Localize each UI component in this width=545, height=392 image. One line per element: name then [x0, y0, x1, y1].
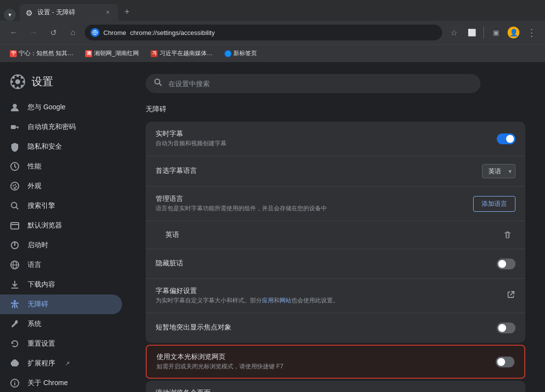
tab-favicon: ⚙: [26, 8, 33, 16]
bookmark-star-button[interactable]: ☆: [446, 25, 462, 40]
sidebar-item-appearance[interactable]: 外观: [0, 176, 122, 196]
highlight-focus-toggle[interactable]: [497, 323, 515, 333]
sidebar-item-performance[interactable]: 性能: [0, 157, 122, 176]
sidebar-item-extensions[interactable]: 扩展程序 ↗: [0, 354, 122, 373]
svg-line-22: [16, 207, 19, 210]
search-icon: [10, 201, 20, 211]
forward-button[interactable]: →: [26, 25, 41, 40]
sidebar-item-downloads[interactable]: 下载内容: [0, 275, 122, 294]
websites-link[interactable]: 网站: [280, 297, 291, 304]
sidebar-item-accessibility[interactable]: 无障碍: [0, 294, 122, 314]
nav-bar: ← → ↺ ⌂ Chrome chrome://settings/accessi…: [0, 21, 545, 44]
section-title: 无障碍: [146, 105, 525, 114]
tab-bar: ▾ ⚙ 设置 - 无障碍 × +: [0, 0, 545, 21]
tab-title: 设置 - 无障碍: [37, 8, 99, 17]
sidebar-item-about[interactable]: 关于 Chrome: [0, 373, 122, 392]
sidebar: 设置 您与 Google 自动填充和密码 隐私和安全: [0, 62, 126, 392]
sidebar-item-label: 外观: [28, 182, 41, 191]
row-title: 隐藏脏话: [156, 259, 489, 268]
sidebar-item-reset[interactable]: 重置设置: [0, 334, 122, 354]
row-title: 滚动浏览各个页面: [156, 389, 489, 392]
search-bar: [146, 74, 481, 93]
svg-point-30: [14, 300, 16, 302]
sidebar-item-default-browser[interactable]: 默认浏览器: [0, 216, 122, 235]
person-icon: [10, 102, 20, 112]
sidebar-item-language[interactable]: 语言: [0, 255, 122, 275]
svg-point-20: [14, 187, 16, 189]
settings-content: 无障碍 实时字幕 自动为音频和视频创建字幕 首选字幕语言: [126, 62, 545, 392]
sidebar-item-privacy[interactable]: 隐私和安全: [0, 137, 122, 157]
sidebar-item-autofill[interactable]: 自动填充和密码: [0, 117, 122, 137]
tab-close-button[interactable]: ×: [103, 8, 112, 17]
lang-select[interactable]: 英语: [482, 164, 515, 178]
search-bar-container: [146, 74, 525, 93]
svg-point-5: [11, 81, 13, 83]
row-desc: 自动为音频和视频创建字幕: [156, 139, 489, 148]
sidebar-item-google[interactable]: 您与 Google: [0, 98, 122, 117]
svg-point-21: [11, 202, 17, 208]
active-tab[interactable]: ⚙ 设置 - 无障碍 ×: [20, 4, 118, 21]
shield-icon: [10, 142, 20, 152]
settings-card: 实时字幕 自动为音频和视频创建字幕 首选字幕语言: [146, 122, 525, 343]
bookmark-label: 新标签页: [233, 49, 257, 58]
row-action: 添加语言: [473, 196, 515, 212]
menu-button[interactable]: ⋮: [523, 25, 539, 40]
svg-point-19: [16, 186, 17, 188]
sidebar-item-label: 启动时: [28, 241, 48, 250]
settings-logo: [10, 74, 26, 90]
svg-point-9: [21, 76, 23, 79]
svg-point-8: [21, 85, 23, 87]
performance-icon: [10, 162, 20, 171]
reload-button[interactable]: ↺: [45, 25, 61, 40]
row-text: 短暂地突出显示焦点对象: [156, 323, 489, 333]
key-icon: [10, 122, 20, 132]
sidebar-item-startup[interactable]: 启动时: [0, 235, 122, 255]
bookmark-item[interactable]: 湘 湘朝网_湖南红网: [81, 47, 143, 60]
bookmark-item[interactable]: 习 习近平在越南媒体…: [147, 47, 217, 60]
delete-lang-button[interactable]: [500, 227, 515, 243]
download-icon: [10, 280, 20, 290]
sidebar-item-label: 自动填充和密码: [28, 123, 76, 131]
sidebar-item-label: 系统: [28, 320, 41, 328]
extension-icon: [10, 359, 20, 368]
apps-link[interactable]: 应用: [262, 297, 274, 304]
bookmarks-bar: 宁 宁心：知然然 知其… 湘 湘朝网_湖南红网 习 习近平在越南媒体… 🌐 新标…: [0, 44, 545, 62]
captions-row: 实时字幕 自动为音频和视频创建字幕: [146, 122, 525, 156]
lang-name: 英语: [165, 230, 500, 239]
back-button[interactable]: ←: [6, 25, 22, 40]
bookmark-item[interactable]: 🌐 新标签页: [221, 47, 261, 60]
address-url: chrome://settings/accessibility: [130, 29, 215, 36]
add-language-button[interactable]: 添加语言: [473, 196, 515, 212]
search-input[interactable]: [168, 80, 473, 88]
sidebar-title: 设置: [32, 74, 53, 89]
browser-icon: [10, 221, 20, 230]
extensions-button[interactable]: ⬜: [464, 25, 480, 40]
address-bar[interactable]: Chrome chrome://settings/accessibility: [85, 25, 442, 40]
sidebar-item-search[interactable]: 搜索引擎: [0, 196, 122, 216]
reset-icon: [10, 339, 20, 349]
home-button[interactable]: ⌂: [65, 25, 81, 40]
bookmark-item[interactable]: 宁 宁心：知然然 知其…: [6, 47, 77, 60]
tab-expand-button[interactable]: ▾: [4, 9, 16, 21]
sidebar-button[interactable]: ▣: [488, 25, 504, 40]
caret-browsing-toggle[interactable]: [496, 357, 514, 367]
bookmark-label: 习近平在越南媒体…: [160, 49, 213, 58]
sidebar-item-label: 性能: [28, 162, 41, 171]
caption-prefs-row: 字幕偏好设置 为实时字幕自定义字幕大小和样式。部分应用和网站也会使用此设置。: [146, 279, 525, 313]
new-tab-button[interactable]: +: [120, 5, 134, 19]
captions-toggle[interactable]: [497, 133, 515, 144]
sidebar-item-label: 扩展程序: [28, 359, 55, 368]
highlight-focus-row: 短暂地突出显示焦点对象: [146, 313, 525, 343]
external-link-icon[interactable]: [507, 290, 515, 301]
sidebar-item-system[interactable]: 系统: [0, 314, 122, 334]
hide-profanity-toggle[interactable]: [497, 259, 515, 269]
svg-point-17: [13, 185, 14, 187]
row-title: 短暂地突出显示焦点对象: [156, 323, 489, 332]
search-icon: [154, 78, 162, 89]
nav-actions: ☆ ⬜ ▣ 👤 ⋮: [446, 25, 539, 40]
row-desc: 如需开启或关闭光标浏览模式，请使用快捷键 F7: [157, 362, 488, 371]
row-action: [507, 290, 515, 301]
row-text: 首选字幕语言: [156, 166, 474, 176]
profile-button[interactable]: 👤: [506, 25, 521, 40]
sidebar-header: 设置: [0, 70, 126, 98]
